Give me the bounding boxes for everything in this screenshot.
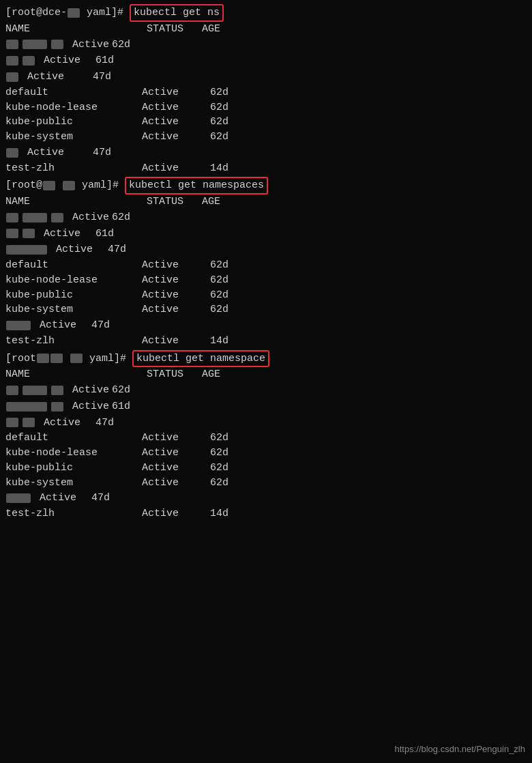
status-cell: Active: [142, 446, 210, 461]
table-row: kube-node-lease Active 62d: [5, 273, 527, 288]
status-cell: Active: [142, 334, 210, 349]
prompt-line-2: [root@ yaml]# kubectl get namespaces: [5, 177, 527, 195]
status-cell: Active: [142, 115, 210, 130]
redacted-cell: [51, 402, 63, 412]
table-row: Active 47d: [5, 242, 527, 258]
age-cell: 61d: [95, 53, 114, 68]
age-cell: 62d: [210, 130, 228, 145]
name-cell: kube-system: [5, 130, 142, 145]
redacted-cell: [51, 386, 63, 395]
table-row: default Active 62d: [5, 85, 527, 100]
table-row: test-zlh Active 14d: [5, 506, 527, 521]
age-cell: 62d: [210, 461, 228, 476]
table-row: default Active 62d: [5, 431, 527, 446]
name-cell: kube-node-lease: [5, 100, 142, 115]
age-cell: 62d: [112, 210, 130, 225]
status-cell: Active: [142, 161, 210, 176]
name-cell: kube-public: [5, 288, 142, 303]
redacted-cell: [6, 245, 47, 255]
age-cell: 62d: [210, 288, 228, 303]
name-cell: kube-node-lease: [5, 273, 142, 288]
redacted-cell: [6, 148, 18, 158]
table-row: Active 61d: [5, 53, 527, 69]
status-cell: Active: [142, 273, 210, 288]
table-row: kube-system Active 62d: [5, 130, 527, 145]
redacted-cell: [23, 386, 47, 395]
section-2: [root@ yaml]# kubectl get namespaces NAM…: [5, 177, 527, 348]
status-cell: Active: [142, 506, 210, 521]
status-cell: Active: [142, 85, 210, 100]
age-cell: 47d: [95, 416, 114, 431]
status-cell: Active: [22, 70, 90, 85]
name-cell: kube-system: [5, 302, 142, 317]
age-cell: 62d: [210, 100, 228, 115]
command-3: kubectl get namespace: [132, 350, 269, 368]
status-cell: Active: [38, 53, 93, 68]
status-cell: Active: [142, 461, 210, 476]
redacted-cell: [23, 229, 35, 238]
age-cell: 62d: [210, 302, 228, 317]
status-cell: Active: [50, 242, 105, 257]
table-row: Active 62d: [5, 382, 527, 399]
table-row: Active 47d: [5, 317, 527, 334]
table-row: Active 47d: [5, 490, 527, 506]
age-cell: 62d: [210, 476, 228, 491]
age-cell: 14d: [210, 161, 228, 176]
redacted-hostname-3b: [50, 354, 63, 363]
prompt-space-3: [63, 351, 70, 366]
table-row: Active 61d: [5, 226, 527, 242]
status-cell: Active: [142, 100, 210, 115]
redacted-hostname-2a: [43, 181, 55, 190]
name-cell: default: [5, 85, 142, 100]
table-row: kube-public Active 62d: [5, 461, 527, 476]
age-cell: 47d: [91, 318, 110, 333]
prompt-suffix-1: yaml]#: [80, 5, 130, 20]
redacted-cell: [23, 56, 35, 66]
name-cell: default: [5, 258, 142, 273]
age-cell: 61d: [112, 399, 130, 414]
age-cell: 62d: [210, 115, 228, 130]
table-row: test-zlh Active 14d: [5, 161, 527, 176]
age-cell: 62d: [210, 273, 228, 288]
age-cell: 62d: [210, 431, 228, 446]
name-cell: default: [5, 431, 142, 446]
redacted-cell: [6, 56, 18, 66]
table-row: Active 62d: [5, 210, 527, 226]
redacted-hostname-1: [68, 8, 80, 18]
status-cell: Active: [142, 476, 210, 491]
table-row: kube-system Active 62d: [5, 302, 527, 317]
redacted-hostname-2b: [63, 181, 75, 190]
status-cell: Active: [142, 302, 210, 317]
age-cell: 14d: [210, 334, 228, 349]
table-row: Active 61d: [5, 399, 527, 415]
name-cell: kube-public: [5, 115, 142, 130]
table-row: kube-public Active 62d: [5, 115, 527, 130]
status-cell: Active: [142, 258, 210, 273]
status-cell: Active: [142, 130, 210, 145]
prompt-prefix-3: [root: [5, 351, 36, 366]
redacted-cell: [6, 229, 18, 238]
age-cell: 62d: [210, 85, 228, 100]
redacted-cell: [6, 321, 31, 330]
redacted-cell: [23, 213, 47, 222]
table-header-1: NAME STATUS AGE: [5, 22, 527, 37]
section-3: [root yaml]# kubectl get namespace NAME …: [5, 350, 527, 521]
table-row: Active 47d: [5, 415, 527, 431]
redacted-cell: [51, 40, 63, 49]
redacted-hostname-3c: [70, 354, 83, 363]
table-row: default Active 62d: [5, 258, 527, 273]
status-cell: Active: [38, 416, 93, 431]
table-row: kube-public Active 62d: [5, 288, 527, 303]
status-cell: Active: [142, 288, 210, 303]
age-cell: 62d: [210, 446, 228, 461]
redacted-cell: [6, 386, 18, 395]
status-cell: Active: [142, 431, 210, 446]
age-cell: 47d: [93, 145, 111, 160]
table-row: Active 47d: [5, 145, 527, 161]
age-cell: 14d: [210, 506, 228, 521]
age-cell: 47d: [93, 70, 111, 85]
table-row: kube-node-lease Active 62d: [5, 100, 527, 115]
name-cell: kube-public: [5, 461, 142, 476]
section-1: [root@dce- yaml]# kubectl get ns NAME ST…: [5, 4, 527, 175]
table-row: Active 47d: [5, 69, 527, 85]
